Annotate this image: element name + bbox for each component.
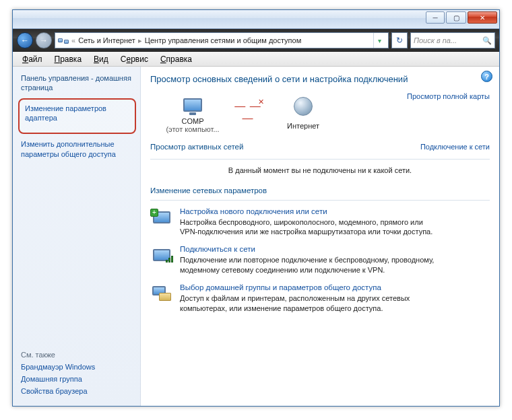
sidebar-browser-link[interactable]: Свойства браузера (21, 387, 133, 395)
refresh-button[interactable]: ↻ (391, 32, 408, 48)
menu-edit[interactable]: Правка (49, 53, 88, 65)
no-network-text: В данный момент вы не подключены ни к ка… (150, 166, 490, 174)
sidebar-homegroup-link[interactable]: Домашняя группа (21, 375, 133, 383)
highlight-annotation: Изменение параметров адаптера (18, 98, 136, 135)
close-button[interactable]: ✕ (468, 11, 497, 24)
breadcrumb-box[interactable]: « Сеть и Интернет ▸ Центр управления сет… (55, 32, 389, 48)
sidebar-firewall-link[interactable]: Брандмауэр Windows (21, 363, 133, 371)
search-placeholder: Поиск в па... (414, 36, 457, 44)
task-new-connection-desc: Настройка беспроводного, широкополосного… (180, 217, 443, 238)
crumb-sep: « (71, 36, 75, 44)
see-also-label: См. также (21, 351, 133, 359)
page-heading: Просмотр основных сведений о сети и наст… (150, 73, 433, 85)
help-icon[interactable]: ? (481, 71, 492, 82)
explorer-window: ─ ▢ ✕ ← → « Сеть и Интернет ▸ Центр упра… (12, 9, 500, 407)
sidebar-advanced-link[interactable]: Изменить дополнительные параметры общего… (21, 139, 133, 160)
connect-network-link[interactable]: Подключение к сети (420, 143, 490, 151)
task-connect-link[interactable]: Подключиться к сети (180, 245, 443, 253)
menu-help[interactable]: Справка (155, 53, 197, 65)
network-icon (58, 36, 69, 45)
new-connection-icon: + (150, 207, 173, 228)
task-new-connection-link[interactable]: Настройка нового подключения или сети (180, 207, 443, 215)
map-computer[interactable]: COMP (этот компьют... (162, 92, 223, 133)
menu-file[interactable]: Файл (17, 53, 48, 65)
task-new-connection[interactable]: + Настройка нового подключения или сети … (150, 207, 490, 238)
address-dropdown[interactable]: ▾ (373, 33, 385, 48)
menu-view[interactable]: Вид (88, 53, 114, 65)
search-input[interactable]: Поиск в па... 🔍 (410, 32, 495, 48)
maximize-button[interactable]: ▢ (446, 11, 466, 24)
divider (150, 200, 490, 201)
chevron-right-icon: ▸ (138, 36, 142, 45)
task-homegroup[interactable]: Выбор домашней группы и параметров общег… (150, 283, 490, 314)
minimize-button[interactable]: ─ (426, 11, 445, 24)
map-internet[interactable]: Интернет (273, 96, 333, 130)
sidebar-adapter-link[interactable]: Изменение параметров адаптера (25, 104, 129, 124)
sidebar-home-link[interactable]: Панель управления - домашняя страница (21, 73, 133, 93)
task-connect[interactable]: Подключиться к сети Подключение или повт… (150, 245, 490, 275)
forward-button[interactable]: → (36, 32, 52, 48)
crumb-network[interactable]: Сеть и Интернет (78, 36, 135, 44)
network-map: COMP (этот компьют... — — — Интернет (162, 92, 407, 133)
content-body: Панель управления - домашняя страница Из… (13, 67, 499, 406)
active-networks-title: Просмотр активных сетей (150, 143, 243, 151)
homegroup-icon (150, 283, 173, 304)
search-icon: 🔍 (482, 36, 492, 45)
divider (150, 159, 490, 160)
menu-bar: Файл Правка Вид Сервис Справка (13, 52, 499, 67)
computer-name: COMP (162, 117, 223, 125)
main-pane: ? Просмотр основных сведений о сети и на… (141, 67, 499, 406)
sidebar: Панель управления - домашняя страница Из… (13, 67, 141, 406)
globe-icon (290, 97, 317, 120)
task-homegroup-link[interactable]: Выбор домашней группы и параметров общег… (180, 283, 443, 291)
address-bar: ← → « Сеть и Интернет ▸ Центр управления… (13, 29, 499, 52)
menu-service[interactable]: Сервис (115, 53, 154, 65)
window-titlebar: ─ ▢ ✕ (13, 10, 499, 29)
full-map-link[interactable]: Просмотр полной карты (407, 92, 490, 100)
connection-broken-icon: — — — (232, 100, 263, 125)
connect-icon (150, 245, 173, 265)
back-button[interactable]: ← (17, 32, 33, 48)
computer-icon (179, 92, 206, 115)
crumb-sharing-center[interactable]: Центр управления сетями и общим доступом (145, 36, 301, 44)
task-connect-desc: Подключение или повторное подключение к … (180, 255, 443, 275)
computer-sub: (этот компьют... (162, 125, 223, 133)
task-homegroup-desc: Доступ к файлам и принтерам, расположенн… (180, 293, 443, 314)
change-settings-title: Изменение сетевых параметров (150, 186, 490, 195)
menu-file-label: айл (28, 55, 42, 64)
internet-label: Интернет (273, 122, 333, 130)
